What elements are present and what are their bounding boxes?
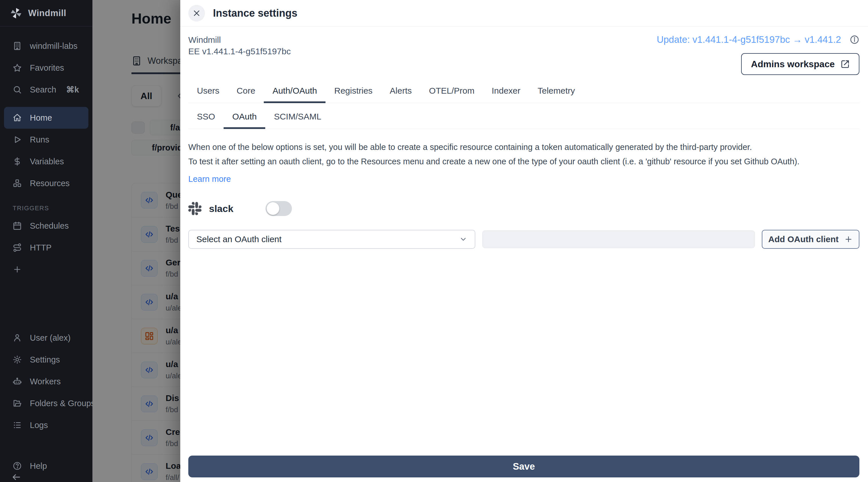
oauth-client-select[interactable]: Select an OAuth client bbox=[188, 230, 475, 249]
slack-toggle[interactable] bbox=[266, 201, 292, 216]
toggle-knob bbox=[267, 202, 279, 215]
sidebar-item-logs[interactable]: Logs bbox=[0, 414, 92, 436]
sidebar-item-help[interactable]: Help bbox=[0, 457, 92, 475]
add-oauth-client-button[interactable]: Add OAuth client bbox=[762, 230, 859, 249]
search-shortcut: ⌘k bbox=[66, 85, 79, 94]
workspace-name: windmill-labs bbox=[30, 41, 78, 51]
schedules-label: Schedules bbox=[30, 221, 69, 231]
home-icon bbox=[12, 113, 22, 122]
learn-more-link[interactable]: Learn more bbox=[188, 174, 231, 184]
home-label: Home bbox=[30, 113, 52, 123]
close-button[interactable] bbox=[188, 5, 205, 22]
oauth-description-line2: To test it after setting an oauth client… bbox=[188, 157, 859, 166]
help-label: Help bbox=[30, 461, 47, 471]
tab-registries[interactable]: Registries bbox=[326, 86, 381, 103]
drawer-header: Instance settings bbox=[180, 0, 868, 26]
folders-groups-label: Folders & Groups... bbox=[30, 399, 92, 408]
sidebar-item-favorites[interactable]: Favorites bbox=[0, 57, 92, 79]
dollar-icon bbox=[12, 157, 22, 166]
info-icon[interactable] bbox=[849, 35, 859, 45]
plus-icon bbox=[12, 265, 22, 274]
drawer-body: Windmill EE v1.441.1-4-g51f5197bc Update… bbox=[180, 27, 868, 482]
tab-indexer[interactable]: Indexer bbox=[483, 86, 529, 103]
help-circle-icon bbox=[12, 461, 22, 471]
sidebar-item-folders-groups[interactable]: Folders & Groups... bbox=[0, 392, 92, 414]
sidebar-item-user[interactable]: User (alex) bbox=[0, 327, 92, 349]
app-logo-title: Windmill bbox=[28, 8, 66, 19]
update-link[interactable]: Update: v1.441.1-4-g51f5197bc → v1.441.2 bbox=[657, 34, 841, 45]
tab-users[interactable]: Users bbox=[188, 86, 228, 103]
add-oauth-client-label: Add OAuth client bbox=[768, 234, 839, 244]
instance-settings-drawer: Instance settings Windmill EE v1.441.1-4… bbox=[180, 0, 868, 482]
sidebar-item-http[interactable]: HTTP bbox=[0, 237, 92, 258]
runs-label: Runs bbox=[30, 135, 50, 144]
user-label: User (alex) bbox=[30, 333, 71, 343]
subtab-sso[interactable]: SSO bbox=[188, 112, 224, 129]
logo-row: Windmill bbox=[0, 0, 92, 26]
subtab-oauth[interactable]: OAuth bbox=[224, 112, 265, 129]
sidebar: Windmill windmill-labs Favorites Search … bbox=[0, 0, 92, 482]
tab-alerts[interactable]: Alerts bbox=[381, 86, 421, 103]
sidebar-item-workers[interactable]: Workers bbox=[0, 371, 92, 392]
settings-tabbar: Users Core Auth/OAuth Registries Alerts … bbox=[188, 86, 859, 103]
tab-auth-oauth[interactable]: Auth/OAuth bbox=[264, 86, 326, 103]
sidebar-item-resources[interactable]: Resources bbox=[0, 172, 92, 194]
sidebar-item-settings[interactable]: Settings bbox=[0, 349, 92, 371]
logs-label: Logs bbox=[30, 421, 48, 430]
version-block: Windmill EE v1.441.1-4-g51f5197bc bbox=[188, 34, 291, 57]
list-icon bbox=[12, 421, 22, 430]
help-row: Help bbox=[0, 457, 92, 482]
sidebar-bottom: User (alex) Settings Workers Folders & G… bbox=[0, 327, 92, 482]
chevron-down-icon bbox=[459, 235, 467, 243]
collapse-sidebar-icon[interactable] bbox=[11, 472, 21, 482]
instance-version: EE v1.441.1-4-g51f5197bc bbox=[188, 46, 291, 57]
user-icon bbox=[12, 333, 22, 342]
external-link-icon bbox=[840, 59, 849, 69]
boxes-icon bbox=[12, 179, 22, 188]
play-icon bbox=[12, 135, 22, 144]
folder-open-icon bbox=[12, 399, 22, 408]
slack-row: slack bbox=[188, 201, 859, 216]
settings-label: Settings bbox=[30, 355, 60, 365]
drawer-title: Instance settings bbox=[213, 7, 298, 19]
building-icon bbox=[12, 41, 22, 51]
tab-core[interactable]: Core bbox=[228, 86, 264, 103]
oauth-client-name-input[interactable] bbox=[482, 230, 755, 248]
resources-label: Resources bbox=[30, 179, 70, 188]
slack-icon bbox=[188, 202, 202, 215]
oauth-description: When one of the below options is set, yo… bbox=[188, 142, 859, 166]
triggers-section-label: TRIGGERS bbox=[0, 194, 92, 215]
star-icon bbox=[12, 63, 22, 73]
workers-label: Workers bbox=[30, 377, 61, 386]
tab-otel-prom[interactable]: OTEL/Prom bbox=[421, 86, 483, 103]
http-label: HTTP bbox=[30, 243, 52, 253]
variables-label: Variables bbox=[30, 157, 64, 166]
sidebar-item-home[interactable]: Home bbox=[4, 107, 88, 129]
close-icon bbox=[192, 9, 201, 18]
route-icon bbox=[12, 243, 22, 252]
tab-telemetry[interactable]: Telemetry bbox=[529, 86, 584, 103]
plus-icon bbox=[844, 235, 853, 244]
oauth-description-line1: When one of the below options is set, yo… bbox=[188, 142, 859, 152]
instance-app-name: Windmill bbox=[188, 34, 291, 46]
windmill-app: Windmill windmill-labs Favorites Search … bbox=[0, 0, 868, 482]
slack-label: slack bbox=[209, 203, 234, 214]
sidebar-item-search[interactable]: Search ⌘k bbox=[0, 79, 92, 101]
subtab-scim-saml[interactable]: SCIM/SAML bbox=[265, 112, 330, 129]
favorites-label: Favorites bbox=[30, 63, 64, 73]
oauth-controls-row: Select an OAuth client Add OAuth client bbox=[188, 230, 859, 249]
sidebar-item-schedules[interactable]: Schedules bbox=[0, 215, 92, 237]
sidebar-item-variables[interactable]: Variables bbox=[0, 150, 92, 172]
save-button[interactable]: Save bbox=[188, 456, 859, 477]
calendar-icon bbox=[12, 221, 22, 230]
auth-subtabbar: SSO OAuth SCIM/SAML bbox=[188, 112, 859, 129]
admins-workspace-label: Admins workspace bbox=[751, 59, 835, 69]
oauth-client-select-value: Select an OAuth client bbox=[196, 234, 282, 244]
sidebar-item-workspace[interactable]: windmill-labs bbox=[0, 35, 92, 57]
search-label: Search bbox=[30, 85, 56, 94]
gear-icon bbox=[12, 355, 22, 364]
sidebar-item-add-trigger[interactable] bbox=[0, 258, 92, 280]
sidebar-item-runs[interactable]: Runs bbox=[0, 129, 92, 150]
admins-workspace-button[interactable]: Admins workspace bbox=[741, 53, 859, 75]
windmill-logo-icon bbox=[10, 7, 22, 19]
